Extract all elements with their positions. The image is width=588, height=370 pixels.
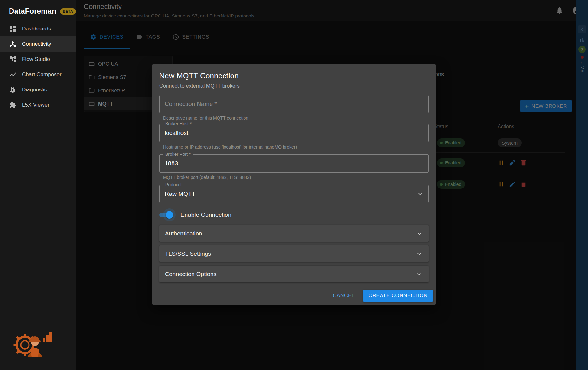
create-connection-button[interactable]: CREATE CONNECTION bbox=[363, 290, 433, 302]
sidebar-item-label: Connectivity bbox=[22, 41, 51, 47]
connectivity-icon bbox=[9, 40, 16, 48]
new-mqtt-connection-dialog: New MQTT Connection Connect to external … bbox=[152, 64, 436, 305]
accordion-tls-ssl-settings[interactable]: TLS/SSL Settings bbox=[159, 245, 429, 262]
protocol-label: Protocol bbox=[163, 182, 183, 188]
broker-host-helper: Hostname or IP address (use 'localhost' … bbox=[163, 144, 297, 149]
dialog-actions: CANCEL CREATE CONNECTION bbox=[329, 290, 433, 302]
sidebar-item-label: Chart Composer bbox=[22, 71, 62, 78]
chevron-down-icon bbox=[415, 250, 423, 258]
cancel-button[interactable]: CANCEL bbox=[329, 290, 359, 301]
connection-name-input[interactable] bbox=[160, 95, 428, 113]
toggle-thumb bbox=[166, 211, 173, 219]
enable-connection-toggle[interactable] bbox=[159, 212, 172, 218]
broker-port-label: Broker Port * bbox=[163, 152, 193, 157]
connection-name-helper: Descriptive name for this MQTT connectio… bbox=[163, 116, 248, 121]
enable-connection-label: Enable Connection bbox=[180, 211, 232, 218]
sidebar-item-flow-studio[interactable]: Flow Studio bbox=[0, 52, 76, 67]
sidebar-item-dashboards[interactable]: Dashboards bbox=[0, 21, 76, 36]
broker-port-input[interactable] bbox=[160, 155, 428, 172]
chevron-down-icon bbox=[416, 190, 424, 198]
sidebar-item-label: Flow Studio bbox=[22, 56, 50, 63]
line-chart-icon bbox=[9, 71, 16, 78]
sidebar-item-label: Dashboards bbox=[22, 26, 51, 32]
broker-port-helper: MQTT broker port (default: 1883, TLS: 88… bbox=[163, 175, 251, 180]
accordion-label: Authentication bbox=[165, 230, 202, 237]
puzzle-icon bbox=[9, 101, 16, 109]
broker-host-input[interactable] bbox=[160, 124, 428, 142]
sidebar-item-chart-composer[interactable]: Chart Composer bbox=[0, 67, 76, 82]
app-title: DataForeman bbox=[9, 7, 56, 16]
sidebar-item-diagnostic[interactable]: Diagnostic bbox=[0, 82, 76, 97]
sidebar: DataForeman BETA Dashboards Connectivity bbox=[0, 0, 76, 370]
sidebar-item-l5x-viewer[interactable]: L5X Viewer bbox=[0, 97, 76, 113]
broker-host-field: Broker Host * bbox=[159, 124, 429, 142]
mascot-logo bbox=[11, 325, 54, 365]
enable-connection-row: Enable Connection bbox=[159, 209, 232, 220]
sidebar-item-label: Diagnostic bbox=[22, 87, 47, 93]
chevron-down-icon bbox=[415, 270, 423, 278]
protocol-selected-value: Raw MQTT bbox=[165, 190, 195, 197]
sidebar-item-label: L5X Viewer bbox=[22, 102, 49, 108]
flow-tree-icon bbox=[9, 56, 16, 63]
connection-name-field bbox=[159, 95, 429, 113]
dialog-title: New MQTT Connection bbox=[159, 71, 238, 80]
accordion-label: TLS/SSL Settings bbox=[165, 250, 211, 257]
beta-badge: BETA bbox=[60, 8, 76, 15]
protocol-select[interactable]: Protocol Raw MQTT bbox=[159, 185, 429, 203]
broker-host-label: Broker Host * bbox=[163, 121, 193, 127]
dialog-subtitle: Connect to external MQTT brokers bbox=[159, 83, 240, 89]
sidebar-item-connectivity[interactable]: Connectivity bbox=[0, 36, 76, 52]
broker-port-field: Broker Port * bbox=[159, 154, 429, 173]
chevron-down-icon bbox=[415, 230, 423, 237]
accordion-label: Connection Options bbox=[165, 271, 217, 278]
accordion-connection-options[interactable]: Connection Options bbox=[159, 266, 429, 282]
sidebar-nav: Dashboards Connectivity Flow Studio Char… bbox=[0, 21, 76, 113]
app-logo: DataForeman BETA bbox=[0, 0, 76, 21]
dashboard-icon bbox=[9, 25, 16, 33]
bug-icon bbox=[9, 86, 16, 94]
accordion-authentication[interactable]: Authentication bbox=[159, 225, 429, 242]
